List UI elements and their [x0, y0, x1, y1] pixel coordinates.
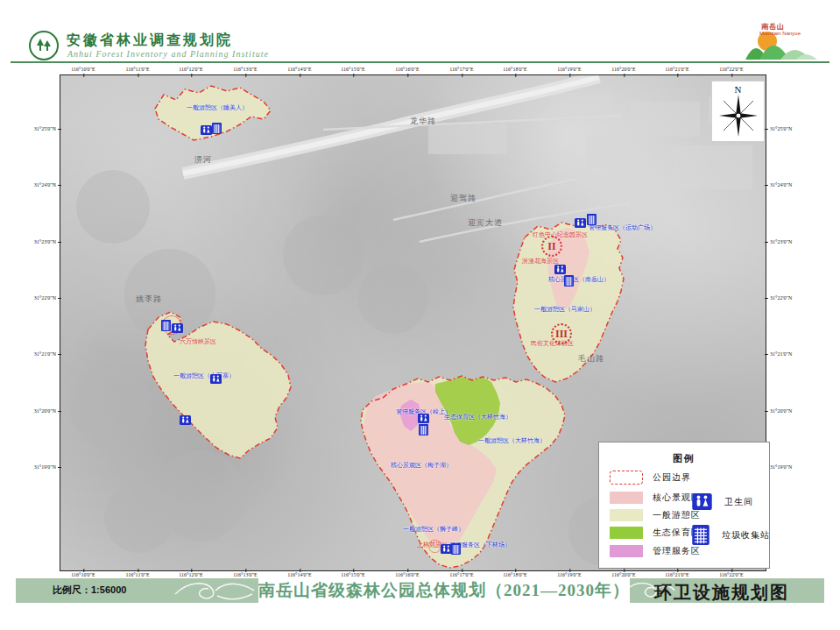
coord-bot-12: 116°22'0"E: [719, 572, 743, 577]
toilet-icon: [172, 321, 183, 330]
road-label: 龙华路: [410, 116, 436, 127]
toilet-icon: [210, 372, 222, 381]
legend-item-general: 一般游憩区: [610, 509, 701, 521]
zone-label: 核心景观区（梅子湖）: [391, 461, 452, 470]
park-logo-subtitle: Mountain Nanyue: [759, 31, 801, 36]
header-divider: [11, 61, 829, 63]
coord-top-12: 116°22'0"E: [719, 67, 743, 72]
coord-top-11: 116°21'0"E: [665, 67, 688, 72]
coord-right-4: 31°21'0"N: [770, 351, 810, 357]
plan-title: 南岳山省级森林公园总体规划（2021—2030年）: [258, 579, 630, 602]
coord-right-2: 31°23'0"N: [770, 239, 810, 244]
toilet-icon: [201, 123, 212, 132]
coord-top-4: 116°14'0"E: [287, 67, 311, 72]
road-label: 迎驾路: [450, 193, 476, 204]
core-zone-swatch: [610, 492, 643, 504]
scenic-label: 浪漫花海景区: [522, 257, 559, 265]
legend-item-toilet: 卫生间: [692, 493, 753, 510]
page: 安徽省林业调查规划院 Anhui Forest Inventory and Pl…: [0, 0, 840, 630]
zone-label: 核心景观区（南岳山）: [548, 275, 610, 284]
toilet-icon: [418, 411, 429, 421]
toilet-icon: [575, 216, 586, 225]
coord-bot-3: 116°13'0"E: [233, 572, 257, 577]
coord-right-1: 31°24'0"N: [770, 182, 810, 188]
coord-top-10: 116°20'0"E: [611, 67, 635, 72]
coord-top-3: 116°13'0"E: [233, 67, 257, 72]
legend-label: 管理服务区: [653, 545, 701, 557]
coord-left-5: 31°20'0"N: [19, 408, 56, 414]
scenic-label: 六万情峡景区: [180, 337, 216, 346]
coord-left-2: 31°23'0"N: [19, 239, 56, 244]
coord-left-4: 31°21'0"N: [19, 351, 56, 357]
road-label: 迎宾大道: [468, 217, 503, 229]
legend-item-eco: 生态保育区: [610, 527, 701, 539]
trash-station-icon: [451, 542, 461, 554]
legend-item-boundary: 公园边界: [610, 471, 691, 485]
trash-station-icon: [692, 525, 709, 545]
coord-right-6: 31°19'0"N: [770, 464, 810, 470]
trash-station-icon: [161, 319, 171, 330]
road-label: 毛山路: [578, 353, 604, 365]
north-label: N: [712, 84, 764, 95]
institute-logo-icon: [29, 31, 59, 60]
zone-label: 一般游憩区（大林竹海）: [478, 436, 546, 445]
trash-station-icon: [212, 122, 222, 133]
coord-top-8: 116°18'0"E: [503, 67, 526, 72]
trash-station-icon: [587, 213, 596, 224]
coord-right-3: 31°22'0"N: [770, 295, 810, 301]
plan-title-box: 南岳山省级森林公园总体规划（2021—2030年）: [258, 577, 630, 604]
legend-title: 图例: [599, 452, 769, 465]
coord-bot-1: 116°11'0"E: [125, 572, 149, 577]
legend-item-trash: 垃圾收集站: [692, 525, 770, 545]
zone-label: 一般游憩区（马家山）: [534, 305, 596, 314]
north-arrow: N: [711, 81, 765, 142]
legend-item-mgmt: 管理服务区: [610, 545, 701, 557]
scenic-circle-3: III: [551, 323, 572, 344]
coord-top-2: 116°12'0"E: [179, 67, 202, 72]
flourish-icon: [173, 578, 257, 603]
zone-label: 生态保育区（大林竹海）: [444, 413, 512, 421]
park-area-south: [361, 376, 565, 568]
coord-top-9: 116°19'0"E: [557, 67, 581, 72]
river-label: 淠河: [194, 154, 212, 166]
zone-label: 一般游憩区（六万寨）: [173, 372, 235, 380]
legend-label: 公园边界: [653, 471, 691, 484]
coord-top-7: 116°17'0"E: [449, 67, 473, 72]
legend-label: 一般游憩区: [653, 509, 701, 521]
legend: 图例 公园边界 核心景观区 一般游憩区 生态保育区 管理服务区 卫生间 垃圾收集…: [598, 442, 770, 569]
coord-left-6: 31°19'0"N: [19, 464, 56, 470]
road-label: 姚李路: [136, 294, 162, 305]
zone-label: 管理服务区（运动广场）: [589, 223, 656, 232]
park-area-east: [513, 223, 624, 382]
toilet-icon: [554, 262, 566, 272]
zone-label: 一般游憩区（狮子峰）: [403, 525, 464, 534]
trash-station-icon: [564, 274, 574, 286]
boundary-swatch: [610, 471, 643, 485]
coord-top-1: 116°11'0"E: [125, 67, 149, 72]
institute-name-cn: 安徽省林业调查规划院: [67, 32, 233, 50]
institute-name-en: Anhui Forest Inventory and Planning Inst…: [67, 49, 269, 59]
coord-left-0: 31°25'0"N: [19, 126, 56, 131]
legend-label: 垃圾收集站: [722, 529, 770, 542]
coord-right-5: 31°20'0"N: [770, 408, 810, 414]
coord-left-3: 31°22'0"N: [19, 295, 56, 301]
toilet-icon: [180, 413, 191, 422]
coord-bot-0: 116°10'0"E: [71, 572, 95, 577]
facility-circle: [428, 540, 441, 553]
coord-top-0: 116°10'0"E: [71, 67, 95, 72]
coord-bot-11: 116°21'0"E: [665, 572, 688, 577]
legend-label: 卫生间: [724, 496, 753, 508]
zone-label: 一般游憩区（睡美人）: [187, 103, 248, 112]
trash-station-icon: [419, 423, 428, 435]
toilet-icon: [692, 493, 712, 510]
eco-zone-swatch: [610, 527, 643, 539]
scenic-label: 红色中心纪念园景区: [533, 230, 588, 239]
coord-right-0: 31°25'0"N: [770, 126, 810, 131]
general-zone-swatch: [610, 509, 643, 521]
tree-icon: [33, 35, 54, 56]
scale-text: 比例尺：1:56000: [53, 584, 126, 597]
coord-left-1: 31°24'0"N: [19, 182, 56, 188]
coord-top-6: 116°16'0"E: [395, 67, 419, 72]
sheet-title: 环卫设施规划图: [654, 581, 789, 605]
coord-bot-2: 116°12'0"E: [179, 572, 202, 577]
